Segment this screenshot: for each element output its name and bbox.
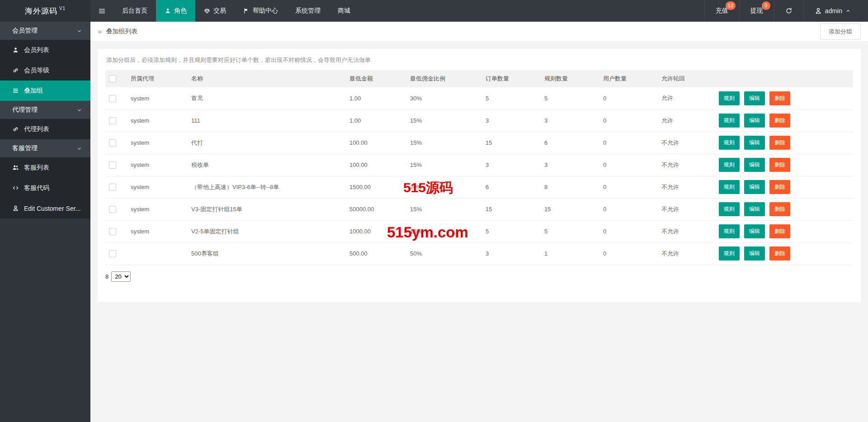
edit-button[interactable]: 编辑 xyxy=(744,91,765,105)
table-header-row: 所属代理名称最低金额最低佣金比例订单数量规则数量用户数量允许轮回 xyxy=(105,70,853,87)
rule-button[interactable]: 规则 xyxy=(719,114,740,128)
recharge-button[interactable]: 充值13 xyxy=(704,0,739,22)
table-cell: 代打 xyxy=(188,132,346,154)
table-cell: 8 xyxy=(541,176,599,198)
rule-button[interactable]: 规则 xyxy=(719,158,740,172)
nav-item-home[interactable]: 后台首页 xyxy=(113,0,156,22)
row-checkbox-cell xyxy=(105,242,127,265)
delete-button[interactable]: 删除 xyxy=(769,247,790,261)
user-menu-button[interactable]: admin xyxy=(803,0,862,22)
table-cell: 0 xyxy=(599,198,658,220)
row-checkbox[interactable] xyxy=(109,206,116,213)
sidebar-item-member-list[interactable]: 会员列表 xyxy=(0,40,90,60)
sidebar-item-service-list[interactable]: 客服列表 xyxy=(0,157,90,178)
top-navbar: 海外源码 V1 后台首页角色交易帮助中心系统管理商城 充值13提现0admin xyxy=(0,0,868,22)
row-checkbox[interactable] xyxy=(109,228,116,235)
table-cell: 3 xyxy=(482,109,541,132)
sidebar-item-label: Edit Customer Ser... xyxy=(24,205,80,212)
row-checkbox[interactable] xyxy=(109,95,116,102)
row-checkbox-cell xyxy=(105,87,127,109)
table-cell: 15% xyxy=(406,198,482,220)
rule-button[interactable]: 规则 xyxy=(719,224,740,238)
delete-button[interactable]: 删除 xyxy=(769,91,790,105)
column-header: 所属代理 xyxy=(127,70,188,87)
row-checkbox[interactable] xyxy=(109,139,116,147)
edit-button[interactable]: 编辑 xyxy=(744,136,765,150)
sidebar-item-service-code[interactable]: 客服代码 xyxy=(0,178,90,198)
sidebar-item-label: 客服代码 xyxy=(24,184,49,192)
add-group-button[interactable]: 添加分组 xyxy=(820,24,861,40)
rule-button[interactable]: 规则 xyxy=(719,91,740,105)
table-cell: 5 xyxy=(541,87,599,109)
delete-button[interactable]: 删除 xyxy=(769,180,790,194)
row-actions-cell: 规则编辑删除 xyxy=(715,132,853,154)
column-header: 订单数量 xyxy=(482,70,541,87)
table-cell: system xyxy=(127,132,188,154)
table-cell: V2-5单固定打针组 xyxy=(188,220,346,242)
nav-item-system-manage[interactable]: 系统管理 xyxy=(287,0,329,22)
table-cell: 5 xyxy=(482,87,541,109)
table-cell: 允许 xyxy=(658,87,715,109)
edit-button[interactable]: 编辑 xyxy=(744,202,765,216)
table-cell: （带他上高速）VIP3-6单--转--8单 xyxy=(188,176,346,198)
link-icon xyxy=(12,126,19,133)
table-cell: 1000.00 xyxy=(346,220,406,242)
chevron-down-icon xyxy=(76,107,82,113)
table-cell: 不允许 xyxy=(658,154,715,176)
nav-item-help-center[interactable]: 帮助中心 xyxy=(235,0,287,22)
row-actions-cell: 规则编辑删除 xyxy=(715,176,853,198)
table-row: system首充1.0030%550允许规则编辑删除 xyxy=(105,87,853,109)
rule-button[interactable]: 规则 xyxy=(719,247,740,261)
notice-text: 添加分组后，必须添加规则，并且规则需要对应好订单个数，若出现不对称情况，会导致用… xyxy=(105,49,853,70)
sidebar-item-agent-list[interactable]: 代理列表 xyxy=(0,119,90,139)
table-cell: 1 xyxy=(541,242,599,265)
sidebar-item-label: 客服列表 xyxy=(24,164,49,172)
rule-button[interactable]: 规则 xyxy=(719,180,740,194)
delete-button[interactable]: 删除 xyxy=(769,224,790,238)
table-cell: 5 xyxy=(482,220,541,242)
edit-button[interactable]: 编辑 xyxy=(744,158,765,172)
rule-button[interactable]: 规则 xyxy=(719,202,740,216)
flag-icon xyxy=(243,8,250,14)
sidebar-item-member-manage[interactable]: 会员管理 xyxy=(0,22,90,40)
delete-button[interactable]: 删除 xyxy=(769,136,790,150)
nav-item-role[interactable]: 角色 xyxy=(156,0,195,22)
sidebar-item-agent-manage[interactable]: 代理管理 xyxy=(0,101,90,119)
table-cell: 0 xyxy=(599,242,658,265)
edit-button[interactable]: 编辑 xyxy=(744,224,765,238)
edit-button[interactable]: 编辑 xyxy=(744,247,765,261)
main-content: » 叠加组列表 添加分组 添加分组后，必须添加规则，并且规则需要对应好订单个数，… xyxy=(90,22,868,422)
delete-button[interactable]: 删除 xyxy=(769,202,790,216)
edit-button[interactable]: 编辑 xyxy=(744,114,765,128)
table-cell: 不允许 xyxy=(658,198,715,220)
balance-icon xyxy=(204,8,210,14)
group-table: 所属代理名称最低金额最低佣金比例订单数量规则数量用户数量允许轮回 system首… xyxy=(105,70,853,265)
delete-button[interactable]: 删除 xyxy=(769,158,790,172)
row-checkbox[interactable] xyxy=(109,250,116,257)
sidebar-item-member-level[interactable]: 会员等级 xyxy=(0,60,90,81)
sidebar-item-edit-customer-service[interactable]: Edit Customer Ser... xyxy=(0,198,90,218)
row-actions-cell: 规则编辑删除 xyxy=(715,198,853,220)
select-all-checkbox[interactable] xyxy=(109,75,116,82)
delete-button[interactable]: 删除 xyxy=(769,114,790,128)
refresh-button[interactable] xyxy=(774,0,803,22)
rule-button[interactable]: 规则 xyxy=(719,136,740,150)
sidebar-toggle-button[interactable] xyxy=(90,0,113,22)
code-icon xyxy=(12,185,19,191)
nav-item-trade[interactable]: 交易 xyxy=(195,0,235,22)
row-checkbox[interactable] xyxy=(109,161,116,169)
sidebar-item-stack-group[interactable]: 叠加组 xyxy=(0,81,90,101)
sidebar-item-service-manage[interactable]: 客服管理 xyxy=(0,139,90,157)
withdraw-button[interactable]: 提现0 xyxy=(739,0,774,22)
nav-item-mall[interactable]: 商城 xyxy=(329,0,359,22)
sidebar-group-label: 客服管理 xyxy=(12,144,76,152)
edit-button[interactable]: 编辑 xyxy=(744,180,765,194)
table-cell: 50% xyxy=(406,242,482,265)
row-actions-cell: 规则编辑删除 xyxy=(715,220,853,242)
row-checkbox[interactable] xyxy=(109,117,116,124)
table-cell: 15% xyxy=(406,109,482,132)
page-size-select[interactable]: 20 xyxy=(111,271,131,282)
table-cell: 0 xyxy=(599,154,658,176)
chevron-up-icon xyxy=(845,8,851,14)
row-checkbox[interactable] xyxy=(109,184,116,191)
